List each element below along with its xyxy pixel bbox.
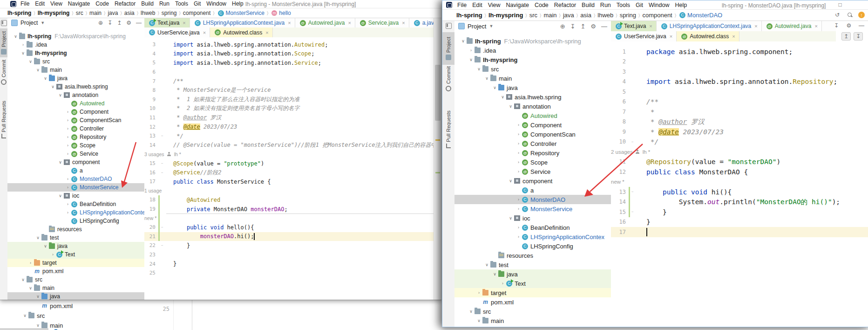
- menu-view[interactable]: View: [488, 2, 501, 8]
- tree-chevron-icon[interactable]: ›: [516, 225, 521, 230]
- tree-item-component[interactable]: ›Component: [454, 120, 611, 130]
- menu-window[interactable]: Window: [206, 0, 226, 7]
- close-icon[interactable]: ×: [348, 20, 351, 26]
- tree-chevron-icon[interactable]: ∨: [28, 286, 33, 290]
- tree-chevron-icon[interactable]: ∨: [58, 93, 63, 97]
- tree-item-lh-spring[interactable]: ∨lh-springF:\JavaWorksparce\lh-spring: [7, 32, 144, 41]
- tree-item-src[interactable]: ∨src: [7, 275, 144, 284]
- tree-chevron-icon[interactable]: ∨: [484, 76, 489, 81]
- tree-item-java[interactable]: ∨java: [7, 242, 144, 250]
- editor-tab[interactable]: UserService.java×: [144, 28, 210, 37]
- tree-chevron-icon[interactable]: ∨: [58, 193, 63, 198]
- tree-item-controller[interactable]: ›Controller: [454, 139, 611, 148]
- tree-chevron-icon[interactable]: ›: [65, 177, 70, 181]
- menu-code[interactable]: Code: [95, 0, 109, 7]
- fold-icon[interactable]: −: [631, 210, 634, 214]
- tree-item--idea[interactable]: ›.idea: [454, 46, 611, 55]
- expand-all-icon[interactable]: ↧: [570, 23, 576, 30]
- tree-chevron-icon[interactable]: ›: [516, 160, 521, 165]
- right-code-editor[interactable]: 1package asia.lhweb.spring.component;234…: [611, 41, 868, 327]
- tree-chevron-icon[interactable]: ›: [65, 135, 70, 139]
- locate-icon[interactable]: ⊕: [98, 20, 103, 26]
- breadcrumb-item[interactable]: lh-spring: [7, 10, 31, 16]
- tree-item-lh-spring[interactable]: ∨lh-springF:\JavaWorksparce\lh-spring: [454, 36, 611, 46]
- tree-item-repository[interactable]: ›Repository: [7, 133, 144, 141]
- usages-hint[interactable]: 2 usages: [611, 149, 633, 155]
- tree-item-test[interactable]: ∨test: [7, 234, 144, 242]
- tree-chevron-icon[interactable]: ∨: [476, 318, 481, 323]
- editor-tab[interactable]: UserService.java×: [611, 31, 677, 41]
- tree-chevron-icon[interactable]: ›: [516, 123, 521, 127]
- tree-item-target[interactable]: ›target: [454, 288, 611, 297]
- tree-chevron-icon[interactable]: ∨: [508, 216, 513, 220]
- close-icon[interactable]: ×: [402, 20, 405, 26]
- tree-item-component[interactable]: ∨component: [7, 158, 144, 166]
- tree-chevron-icon[interactable]: ∨: [22, 313, 27, 318]
- tree-chevron-icon[interactable]: ›: [468, 48, 474, 53]
- tree-chevron-icon[interactable]: ›: [476, 290, 481, 295]
- breadcrumb-member[interactable]: hello: [279, 10, 291, 16]
- menu-window[interactable]: Window: [649, 2, 669, 8]
- expand-all-icon[interactable]: ↧: [108, 20, 112, 26]
- close-icon[interactable]: ×: [288, 20, 291, 26]
- tree-chevron-icon[interactable]: ›: [516, 169, 521, 174]
- tree-chevron-icon[interactable]: ∨: [468, 309, 474, 314]
- menu-navigate[interactable]: Navigate: [68, 0, 90, 7]
- tree-item-autowired[interactable]: Autowired: [7, 99, 144, 108]
- stripe-item-commit[interactable]: Commit: [0, 60, 7, 84]
- collapse-all-icon[interactable]: ↥: [580, 23, 585, 30]
- tree-item-annotation[interactable]: ∨annotation: [454, 102, 611, 111]
- collapse-all-icon[interactable]: ↥: [117, 20, 122, 26]
- tree-item-src[interactable]: ∨src: [0, 311, 191, 320]
- menu-build[interactable]: Build: [582, 2, 595, 8]
- scrollbar-thumb[interactable]: [435, 65, 441, 121]
- tree-chevron-icon[interactable]: ∨: [508, 179, 513, 183]
- tree-item-lhspringapplicationcontex[interactable]: ›LHSpringApplicationContex: [454, 232, 611, 241]
- close-icon[interactable]: ×: [814, 23, 817, 29]
- tree-item-src[interactable]: ∨src: [454, 307, 611, 316]
- tree-item-monsterservice[interactable]: ›MonsterService: [454, 204, 611, 213]
- editor-tab[interactable]: a.java×: [409, 18, 434, 28]
- author-hint[interactable]: lh *: [643, 149, 651, 155]
- settings-icon[interactable]: ⚙: [126, 20, 131, 26]
- editor-tab[interactable]: Service.java×: [355, 18, 409, 28]
- tree-item-a[interactable]: a: [7, 166, 144, 175]
- editor-tab[interactable]: LHSpringApplicationContext.java×: [657, 21, 762, 31]
- tree-item-ioc[interactable]: ∨ioc: [454, 213, 611, 223]
- stripe-item-commit[interactable]: Commit: [442, 65, 454, 92]
- tree-item-scope[interactable]: ›Scope: [7, 141, 144, 150]
- tree-item-beandefinition[interactable]: ›BeanDefinition: [7, 200, 144, 208]
- breadcrumb-item[interactable]: component: [642, 12, 672, 19]
- settings-icon[interactable]: ⚙: [845, 22, 853, 29]
- close-icon[interactable]: ×: [732, 34, 735, 39]
- hide-icon[interactable]: ―: [601, 23, 607, 30]
- close-icon[interactable]: ×: [203, 30, 206, 35]
- chevron-down-icon[interactable]: ▼: [41, 21, 45, 25]
- tree-chevron-icon[interactable]: ∨: [58, 160, 63, 165]
- tree-chevron-icon[interactable]: ›: [516, 141, 521, 146]
- tree-chevron-icon[interactable]: ∨: [500, 95, 505, 99]
- tree-item-target[interactable]: ›target: [7, 259, 144, 267]
- tree-chevron-icon[interactable]: ›: [65, 126, 70, 131]
- tool-windows-icon[interactable]: [1, 20, 7, 26]
- editor-tab[interactable]: Autowired.java×: [295, 18, 355, 28]
- tree-item-java[interactable]: ∨java: [0, 328, 48, 330]
- tree-chevron-icon[interactable]: ∨: [20, 277, 26, 282]
- tree-item-scope[interactable]: ›Scope: [454, 158, 611, 167]
- tree-chevron-icon[interactable]: ∨: [43, 244, 48, 248]
- tree-item-a[interactable]: a: [454, 186, 611, 195]
- tree-chevron-icon[interactable]: ›: [65, 185, 70, 190]
- tree-chevron-icon[interactable]: ∨: [484, 262, 489, 267]
- usages-hint[interactable]: new *: [611, 179, 624, 185]
- tree-chevron-icon[interactable]: ›: [50, 252, 55, 257]
- tree-item-main[interactable]: ∨main: [454, 74, 611, 83]
- fold-icon[interactable]: −: [161, 134, 163, 138]
- tree-item-monsterdao[interactable]: ›MonsterDAO: [7, 175, 144, 183]
- locate-icon[interactable]: ⊕: [560, 23, 565, 30]
- breadcrumb-class[interactable]: MonsterService: [226, 10, 264, 16]
- tree-chevron-icon[interactable]: ∨: [492, 272, 497, 276]
- menu-file[interactable]: File: [20, 0, 29, 7]
- menu-refactor[interactable]: Refactor: [554, 2, 576, 8]
- breadcrumb-item[interactable]: asia: [580, 12, 591, 19]
- tree-chevron-icon[interactable]: ›: [65, 118, 70, 123]
